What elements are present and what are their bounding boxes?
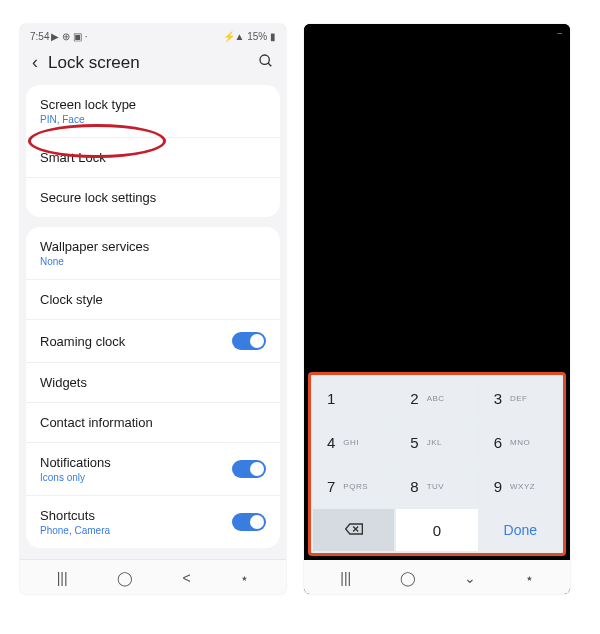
clock-style-row[interactable]: Clock style [26,280,280,320]
row-sub: Icons only [40,472,111,483]
key-digit: 7 [327,478,335,495]
key-4[interactable]: 4GHI [313,421,394,463]
backspace-icon [344,522,364,539]
shortcuts-row[interactable]: Shortcuts Phone, Camera [26,496,280,548]
preview-indicator-icon: – [558,28,562,37]
row-sub: None [40,256,149,267]
key-9[interactable]: 9WXYZ [480,465,561,507]
recents-icon[interactable]: ||| [340,570,351,586]
key-6[interactable]: 6MNO [480,421,561,463]
key-digit: 5 [410,434,418,451]
key-digit: 3 [494,390,502,407]
accessibility-icon[interactable]: ⋆ [525,570,534,586]
contact-information-row[interactable]: Contact information [26,403,280,443]
system-nav-bar: ||| ◯ < ⋆ [20,559,286,594]
key-sub: DEF [510,394,528,403]
display-section: Wallpaper services None Clock style Roam… [26,227,280,548]
notifications-row[interactable]: Notifications Icons only [26,443,280,496]
numeric-keypad: 1 2ABC 3DEF 4GHI 5JKL 6MNO 7PQRS 8TUV 9W… [308,372,566,556]
key-digit: 8 [410,478,418,495]
security-section: Screen lock type PIN, Face Smart Lock Se… [26,85,280,217]
key-digit: 1 [327,390,335,407]
row-label: Wallpaper services [40,239,149,254]
home-icon[interactable]: ◯ [400,570,416,586]
key-digit: 4 [327,434,335,451]
roaming-clock-toggle[interactable] [232,332,266,350]
notifications-toggle[interactable] [232,460,266,478]
row-label: Shortcuts [40,508,110,523]
status-bar: 7:54 ▶ ⊕ ▣ · ⚡▲ 15% ▮ [20,24,286,44]
key-sub: JKL [427,438,442,447]
key-1[interactable]: 1 [313,377,394,419]
key-3[interactable]: 3DEF [480,377,561,419]
widgets-row[interactable]: Widgets [26,363,280,403]
settings-lock-screen-phone: 7:54 ▶ ⊕ ▣ · ⚡▲ 15% ▮ ‹ Lock screen Scre… [20,24,286,594]
row-sub: Phone, Camera [40,525,110,536]
key-digit: 2 [410,390,418,407]
row-label: Widgets [40,375,87,390]
page-title: Lock screen [48,53,248,73]
screen-lock-type-row[interactable]: Screen lock type PIN, Face [26,85,280,138]
svg-line-1 [268,63,271,66]
key-sub: PQRS [343,482,368,491]
row-label: Clock style [40,292,103,307]
backspace-key[interactable] [313,509,394,551]
key-5[interactable]: 5JKL [396,421,477,463]
key-2[interactable]: 2ABC [396,377,477,419]
key-8[interactable]: 8TUV [396,465,477,507]
smart-lock-row[interactable]: Smart Lock [26,138,280,178]
settings-header: ‹ Lock screen [20,44,286,85]
ime-switch-icon[interactable]: ⌄ [464,570,476,586]
search-icon[interactable] [258,53,274,73]
key-sub: WXYZ [510,482,535,491]
recents-icon[interactable]: ||| [57,570,68,586]
row-label: Notifications [40,455,111,470]
settings-scroll[interactable]: Screen lock type PIN, Face Smart Lock Se… [20,85,286,559]
key-sub: MNO [510,438,530,447]
home-icon[interactable]: ◯ [117,570,133,586]
back-icon[interactable]: ‹ [32,52,38,73]
done-key[interactable]: Done [480,509,561,551]
status-right-icons: ⚡▲ 15% ▮ [223,31,276,42]
row-label: Smart Lock [40,150,106,165]
roaming-clock-row[interactable]: Roaming clock [26,320,280,363]
key-sub: TUV [427,482,445,491]
lock-screen-preview: – [304,24,570,368]
key-7[interactable]: 7PQRS [313,465,394,507]
status-time: 7:54 [30,31,49,42]
done-label: Done [504,522,537,538]
key-digit: 0 [433,522,441,539]
key-sub: ABC [427,394,445,403]
key-0[interactable]: 0 [396,509,477,551]
system-nav-bar: ||| ◯ ⌄ ⋆ [304,560,570,594]
back-nav-icon[interactable]: < [183,570,191,586]
key-sub: GHI [343,438,359,447]
row-sub: PIN, Face [40,114,136,125]
row-label: Roaming clock [40,334,125,349]
status-left-icons: ▶ ⊕ ▣ · [51,31,87,42]
secure-lock-settings-row[interactable]: Secure lock settings [26,178,280,217]
row-label: Contact information [40,415,153,430]
shortcuts-toggle[interactable] [232,513,266,531]
pin-entry-phone: – 1 2ABC 3DEF 4GHI 5JKL 6MNO 7PQRS 8TUV … [304,24,570,594]
row-label: Secure lock settings [40,190,156,205]
wallpaper-services-row[interactable]: Wallpaper services None [26,227,280,280]
accessibility-icon[interactable]: ⋆ [240,570,249,586]
svg-point-0 [260,55,269,64]
key-digit: 9 [494,478,502,495]
row-label: Screen lock type [40,97,136,112]
key-digit: 6 [494,434,502,451]
